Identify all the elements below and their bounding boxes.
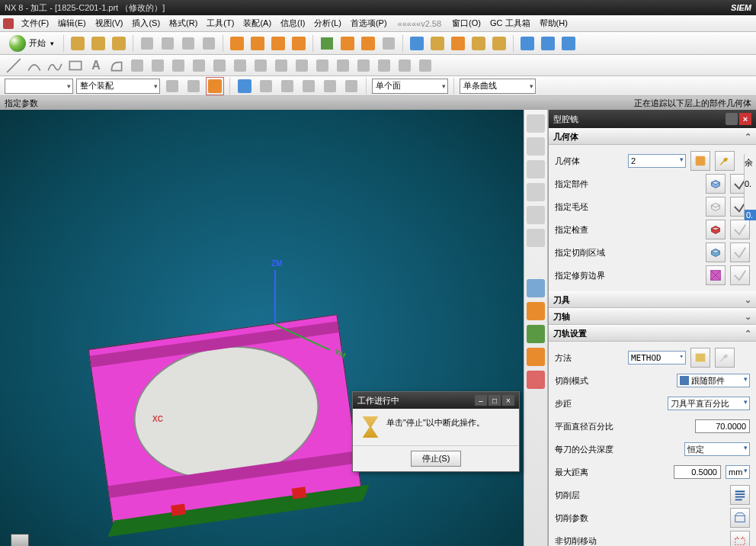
cutarea-select-button[interactable]: [706, 242, 726, 262]
sk-btn-7[interactable]: [251, 56, 270, 75]
curve-filter[interactable]: 单条曲线: [460, 79, 536, 94]
tool-button-7[interactable]: [380, 34, 398, 53]
face-filter[interactable]: 单个面: [372, 79, 448, 94]
blank-select-button[interactable]: [706, 197, 726, 217]
menu-window[interactable]: 窗口(O): [447, 16, 485, 31]
sk-btn-12[interactable]: [354, 56, 373, 75]
new-file-button[interactable]: [69, 34, 87, 53]
close-icon[interactable]: ×: [502, 395, 514, 406]
tool-button-5[interactable]: [338, 34, 357, 53]
stop-button[interactable]: 停止(S): [411, 451, 462, 467]
shape-icon[interactable]: [107, 56, 126, 75]
rb-btn-7[interactable]: [527, 279, 545, 297]
type-filter-1[interactable]: [5, 79, 73, 94]
tool-button-11[interactable]: [469, 34, 488, 53]
filter-btn-6[interactable]: [278, 77, 296, 95]
tool-button-12[interactable]: [490, 34, 508, 53]
check-display-button[interactable]: [730, 220, 750, 239]
filter-btn-4[interactable]: [235, 77, 254, 95]
step-select[interactable]: 刀具平直百分比: [668, 397, 750, 410]
method-select[interactable]: METHOD: [628, 351, 686, 365]
rect-icon[interactable]: [66, 56, 85, 75]
method-wrench-button[interactable]: [715, 348, 735, 368]
menu-format[interactable]: 格式(R): [165, 16, 202, 31]
menu-help[interactable]: 帮助(H): [535, 16, 572, 31]
sk-btn-4[interactable]: [190, 56, 208, 75]
cube-button-2[interactable]: [539, 34, 557, 53]
method-edit-button[interactable]: [690, 348, 710, 368]
tool-button-2[interactable]: [248, 34, 267, 53]
trim-select-button[interactable]: [706, 265, 726, 285]
menu-tools[interactable]: 工具(T): [202, 16, 239, 31]
rb-btn-10[interactable]: [527, 348, 545, 366]
tool-button-10[interactable]: [449, 34, 467, 53]
tool-button-3[interactable]: [269, 34, 287, 53]
cube-button-1[interactable]: [518, 34, 537, 53]
open-file-button[interactable]: [89, 34, 107, 53]
menu-view[interactable]: 视图(V): [91, 16, 128, 31]
menu-info[interactable]: 信息(I): [276, 16, 309, 31]
dialog-titlebar[interactable]: 型腔铣 ×: [549, 110, 756, 128]
sk-btn-11[interactable]: [334, 56, 352, 75]
cut-button[interactable]: [138, 34, 156, 53]
rb-btn-3[interactable]: [527, 160, 545, 178]
trim-display-button[interactable]: [730, 265, 750, 285]
rb-btn-6[interactable]: [527, 229, 545, 247]
tool-button-8[interactable]: [408, 34, 426, 53]
tool-button-9[interactable]: [428, 34, 447, 53]
geom-wrench-button[interactable]: [715, 151, 735, 171]
noncut-button[interactable]: [730, 531, 750, 546]
start-button[interactable]: 开始▾: [5, 34, 59, 53]
sk-btn-8[interactable]: [272, 56, 290, 75]
sk-btn-15[interactable]: [416, 56, 434, 75]
geom-body-select[interactable]: 2: [628, 154, 686, 168]
tool-button-1[interactable]: [228, 34, 246, 53]
assembly-filter[interactable]: 整个装配: [76, 79, 160, 94]
maxd-field[interactable]: [674, 465, 721, 479]
rb-btn-2[interactable]: [527, 137, 545, 156]
refresh-button[interactable]: [318, 34, 336, 53]
menu-file[interactable]: 文件(F): [17, 16, 53, 31]
sk-btn-9[interactable]: [293, 56, 311, 75]
depth-select[interactable]: 恒定: [684, 442, 750, 456]
line-icon[interactable]: [5, 56, 23, 75]
rb-btn-5[interactable]: [527, 206, 545, 224]
filter-btn-7[interactable]: [300, 77, 318, 95]
sk-btn-2[interactable]: [149, 56, 167, 75]
sk-btn-13[interactable]: [375, 56, 393, 75]
menu-gc-toolbox[interactable]: GC 工具箱: [485, 16, 535, 31]
cutlevel-button[interactable]: [730, 485, 750, 505]
menu-prefs[interactable]: 首选项(P): [346, 16, 392, 31]
maximize-icon[interactable]: □: [489, 395, 501, 406]
cutparam-button[interactable]: [730, 508, 750, 528]
sk-btn-10[interactable]: [313, 56, 332, 75]
tool-button-4[interactable]: [290, 34, 308, 53]
sk-btn-3[interactable]: [169, 56, 187, 75]
cutmode-select[interactable]: 跟随部件: [677, 374, 750, 387]
arc-icon[interactable]: [25, 56, 43, 75]
paste-button[interactable]: [179, 34, 197, 53]
section-path-settings[interactable]: 刀轨设置⌃: [549, 325, 756, 342]
check-select-button[interactable]: [706, 220, 726, 239]
dialog-close-icon[interactable]: ×: [739, 113, 751, 125]
tool-button-6[interactable]: [359, 34, 377, 53]
filter-btn-8[interactable]: [321, 77, 339, 95]
cube-button-3[interactable]: [559, 34, 578, 53]
maxd-unit[interactable]: mm: [726, 465, 750, 479]
menu-insert[interactable]: 插入(S): [127, 16, 165, 31]
geom-edit-button[interactable]: [690, 151, 710, 171]
menu-edit[interactable]: 编辑(E): [53, 16, 91, 31]
menu-assembly[interactable]: 装配(A): [239, 16, 276, 31]
undo-button[interactable]: [200, 34, 218, 53]
graphics-viewport[interactable]: XC: [0, 110, 524, 546]
sk-btn-5[interactable]: [210, 56, 229, 75]
save-button[interactable]: [110, 34, 128, 53]
progress-titlebar[interactable]: 工作进行中 – □ ×: [353, 392, 519, 409]
rb-btn-4[interactable]: [527, 183, 545, 201]
rb-btn-11[interactable]: [527, 371, 545, 389]
cutarea-display-button[interactable]: [730, 242, 750, 262]
filter-btn-5[interactable]: [257, 77, 275, 95]
rb-btn-8[interactable]: [527, 302, 545, 320]
filter-btn-9[interactable]: [342, 77, 360, 95]
sk-btn-14[interactable]: [396, 56, 414, 75]
